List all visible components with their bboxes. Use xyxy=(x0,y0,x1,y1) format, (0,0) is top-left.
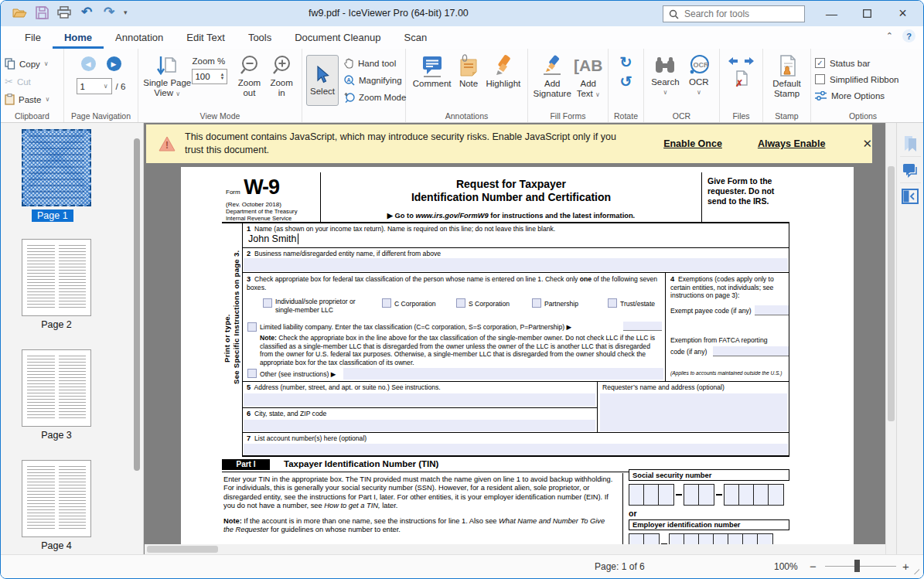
checkbox-trust-estate[interactable] xyxy=(608,298,617,308)
paste-button[interactable]: Paste∨ xyxy=(5,91,49,107)
hand-tool-button[interactable]: Hand tool xyxy=(344,55,406,71)
rotate-clockwise-icon[interactable]: ↻ xyxy=(620,54,632,70)
search-for-tools-box[interactable] xyxy=(663,5,805,22)
document-vertical-scrollbar[interactable] xyxy=(885,123,896,554)
page-number-combobox[interactable]: 1∨ xyxy=(77,78,112,94)
panel-layout-icon xyxy=(902,189,919,204)
next-page-button[interactable]: ▶ xyxy=(107,56,121,71)
checkbox-llc[interactable] xyxy=(247,322,257,332)
status-bar-checkbox[interactable]: ✓ xyxy=(815,58,825,68)
exempt-payee-code-field[interactable] xyxy=(755,305,789,315)
llc-classification-field[interactable] xyxy=(623,322,662,331)
status-bar-checkbox-row[interactable]: ✓ Status bar xyxy=(815,56,911,70)
address-field[interactable] xyxy=(244,393,595,406)
checkbox-s-corporation[interactable] xyxy=(456,298,465,308)
resize-grip[interactable] xyxy=(911,566,919,574)
form-line-3-4: 3 Check appropriate box for federal tax … xyxy=(242,273,789,382)
save-icon[interactable] xyxy=(34,5,49,20)
ocr-button[interactable]: OCR OCR∨ xyxy=(686,54,712,110)
search-ocr-button[interactable]: Search∨ xyxy=(651,54,679,110)
next-file-icon[interactable] xyxy=(744,56,755,66)
rotate-counterclockwise-icon[interactable]: ↺ xyxy=(620,73,632,90)
city-state-zip-field[interactable] xyxy=(244,420,595,431)
ssn-boxes[interactable] xyxy=(629,484,789,506)
minimize-button[interactable]: — xyxy=(814,1,849,26)
tab-scan[interactable]: Scan xyxy=(393,26,439,49)
previous-file-icon[interactable] xyxy=(727,56,738,66)
default-stamp-button[interactable]: DefaultStamp xyxy=(772,54,800,110)
zoom-percent-spinner[interactable]: 100 ▲▼ xyxy=(192,69,227,84)
thumbnail-page-2[interactable]: Page 2 xyxy=(22,239,91,330)
close-file-icon[interactable]: ✗ xyxy=(735,70,748,87)
search-input[interactable] xyxy=(684,9,785,19)
tab-document-cleanup[interactable]: Document Cleanup xyxy=(283,26,392,49)
collapse-ribbon-icon[interactable]: ⌃ xyxy=(886,31,893,41)
page-1-thumbnail-selected[interactable] xyxy=(22,129,91,206)
note-button[interactable]: Note xyxy=(457,54,480,110)
name-field-value[interactable]: John Smith​ xyxy=(248,233,298,244)
print-icon[interactable] xyxy=(56,5,72,20)
zoom-slider-minus-icon[interactable]: − xyxy=(810,560,817,573)
zoom-in-button[interactable]: Zoomin xyxy=(265,55,298,110)
account-numbers-field[interactable] xyxy=(244,444,788,455)
other-instructions-field[interactable] xyxy=(343,368,663,380)
simplified-ribbon-checkbox[interactable] xyxy=(815,74,825,84)
paste-icon xyxy=(5,94,15,105)
quick-access-toolbar: ↶ ↷ ▾ xyxy=(12,5,128,20)
simplified-ribbon-checkbox-row[interactable]: Simplified Ribbon xyxy=(815,72,911,87)
page-3-label[interactable]: Page 3 xyxy=(22,430,91,441)
page-2-label[interactable]: Page 2 xyxy=(22,319,91,330)
highlight-button[interactable]: Highlight xyxy=(486,54,520,110)
single-page-view-button[interactable]: Single Page View ∨ xyxy=(142,55,192,110)
zoom-mode-button[interactable]: Zoom Mode xyxy=(344,89,406,105)
tab-home[interactable]: Home xyxy=(53,26,104,49)
warning-close-icon[interactable]: ✕ xyxy=(862,137,872,151)
checkbox-c-corporation[interactable] xyxy=(382,298,391,308)
maximize-button[interactable] xyxy=(850,1,885,26)
select-tool-button[interactable]: Select xyxy=(306,55,339,106)
cut-button[interactable]: ✂ Cut xyxy=(5,73,49,90)
page-4-label[interactable]: Page 4 xyxy=(22,540,91,551)
thumbnail-page-3[interactable]: Page 3 xyxy=(22,349,91,441)
thumbnail-page-4[interactable]: Page 4 xyxy=(22,460,91,551)
enable-once-link[interactable]: Enable Once xyxy=(663,138,722,149)
close-button[interactable]: × xyxy=(885,1,920,26)
open-file-icon[interactable] xyxy=(12,5,27,20)
fatca-code-field[interactable] xyxy=(713,346,789,356)
requester-name-field[interactable] xyxy=(600,393,787,431)
previous-page-button[interactable]: ◀ xyxy=(81,56,96,71)
help-icon[interactable]: ? xyxy=(902,29,915,43)
checkbox-other[interactable] xyxy=(247,369,257,378)
tab-file[interactable]: File xyxy=(13,26,53,49)
add-text-button[interactable]: [AB Add Text ∨ xyxy=(574,54,602,110)
page-1-label[interactable]: Page 1 xyxy=(32,209,73,222)
comments-panel-button[interactable] xyxy=(900,157,921,183)
tab-tools[interactable]: Tools xyxy=(237,26,283,49)
panel-layout-button[interactable] xyxy=(900,183,921,209)
svg-text:OCR: OCR xyxy=(693,61,709,69)
magnifying-button[interactable]: A Magnifying xyxy=(344,72,406,88)
always-enable-link[interactable]: Always Enable xyxy=(758,138,826,149)
zoom-slider-track[interactable] xyxy=(825,566,896,567)
more-options-button[interactable]: More Options xyxy=(815,88,911,103)
add-signature-button[interactable]: AddSignature xyxy=(534,54,571,110)
copy-button[interactable]: Copy∨ xyxy=(5,56,49,72)
checkbox-partnership[interactable] xyxy=(532,298,541,308)
redo-icon[interactable]: ↷ xyxy=(101,5,117,20)
quick-access-dropdown-icon[interactable]: ▾ xyxy=(124,9,128,16)
zoom-slider-handle[interactable] xyxy=(854,560,860,572)
tab-annotation[interactable]: Annotation xyxy=(104,26,175,49)
bookmarks-panel-button[interactable] xyxy=(900,131,921,157)
tab-edit-text[interactable]: Edit Text xyxy=(175,26,237,49)
business-name-field[interactable] xyxy=(244,258,788,271)
zoom-out-icon xyxy=(239,55,260,78)
checkbox-individual[interactable] xyxy=(263,298,272,308)
thumbnails-scrollbar[interactable] xyxy=(133,138,141,539)
zoom-out-button[interactable]: Zoomout xyxy=(234,55,266,110)
zoom-slider-plus-icon[interactable]: + xyxy=(902,560,909,573)
comment-button[interactable]: Comment xyxy=(413,54,452,110)
undo-icon[interactable]: ↶ xyxy=(79,5,94,20)
document-horizontal-scrollbar[interactable] xyxy=(145,544,885,554)
thumbnail-page-1[interactable]: Page 1 xyxy=(22,129,91,222)
note-icon xyxy=(457,54,480,79)
